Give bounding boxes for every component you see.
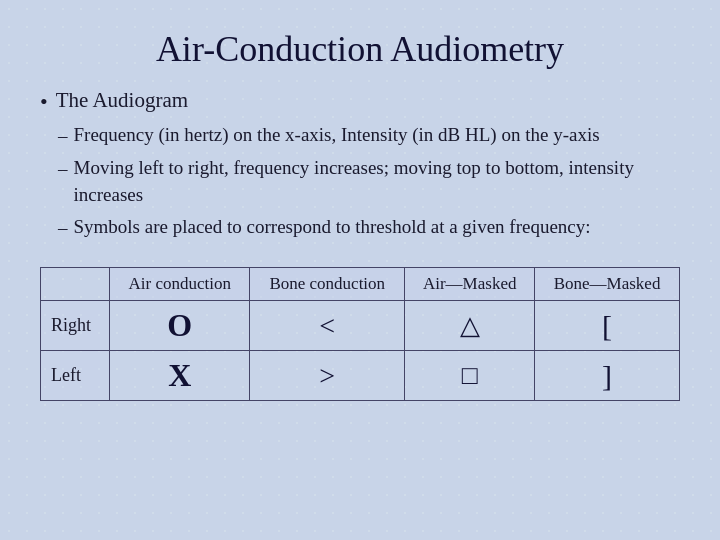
table-row-right: Right O < △ [ xyxy=(41,301,680,351)
row-label-left: Left xyxy=(41,351,110,401)
slide-content: • The Audiogram – Frequency (in hertz) o… xyxy=(40,88,680,516)
table-row-left: Left X > □ ] xyxy=(41,351,680,401)
col-header-bone-conduction: Bone conduction xyxy=(250,268,405,301)
col-header-empty xyxy=(41,268,110,301)
right-bone-masked-symbol: [ xyxy=(535,301,680,351)
symbol-table: Air conduction Bone conduction Air—Maske… xyxy=(40,267,680,401)
bullet-dot: • xyxy=(40,89,48,115)
dash-2: – xyxy=(58,155,68,183)
sub-bullet-1: – Frequency (in hertz) on the x-axis, In… xyxy=(58,121,680,150)
col-header-air-masked: Air—Masked xyxy=(405,268,535,301)
main-bullet: • The Audiogram xyxy=(40,88,680,115)
sub-bullet-text-2: Moving left to right, frequency increase… xyxy=(74,154,681,209)
col-header-air-conduction: Air conduction xyxy=(110,268,250,301)
left-bone-masked-symbol: ] xyxy=(535,351,680,401)
sub-bullet-2: – Moving left to right, frequency increa… xyxy=(58,154,680,209)
sub-bullet-text-3: Symbols are placed to correspond to thre… xyxy=(74,213,591,241)
sub-bullet-text-1: Frequency (in hertz) on the x-axis, Inte… xyxy=(74,121,600,149)
dash-3: – xyxy=(58,214,68,242)
left-air-conduction-symbol: X xyxy=(110,351,250,401)
left-air-masked-symbol: □ xyxy=(405,351,535,401)
table-header-row: Air conduction Bone conduction Air—Maske… xyxy=(41,268,680,301)
col-header-bone-masked: Bone—Masked xyxy=(535,268,680,301)
dash-1: – xyxy=(58,122,68,150)
slide-title: Air-Conduction Audiometry xyxy=(40,28,680,70)
right-air-masked-symbol: △ xyxy=(405,301,535,351)
left-bone-conduction-symbol: > xyxy=(250,351,405,401)
symbol-table-section: Air conduction Bone conduction Air—Maske… xyxy=(40,267,680,401)
sub-bullet-3: – Symbols are placed to correspond to th… xyxy=(58,213,680,242)
row-label-right: Right xyxy=(41,301,110,351)
slide: Air-Conduction Audiometry • The Audiogra… xyxy=(0,0,720,540)
main-bullet-text: The Audiogram xyxy=(56,88,188,113)
sub-bullet-list: – Frequency (in hertz) on the x-axis, In… xyxy=(58,121,680,245)
right-bone-conduction-symbol: < xyxy=(250,301,405,351)
right-air-conduction-symbol: O xyxy=(110,301,250,351)
